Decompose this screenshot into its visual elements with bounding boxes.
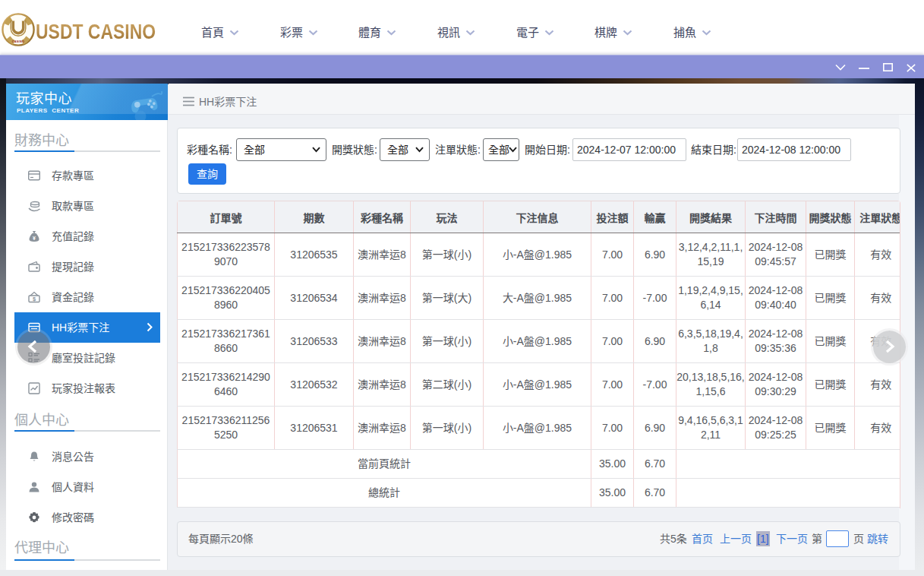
svg-text:CASINO: CASINO: [12, 40, 25, 43]
svg-text:¥: ¥: [33, 236, 36, 241]
svg-text:$: $: [33, 296, 36, 302]
